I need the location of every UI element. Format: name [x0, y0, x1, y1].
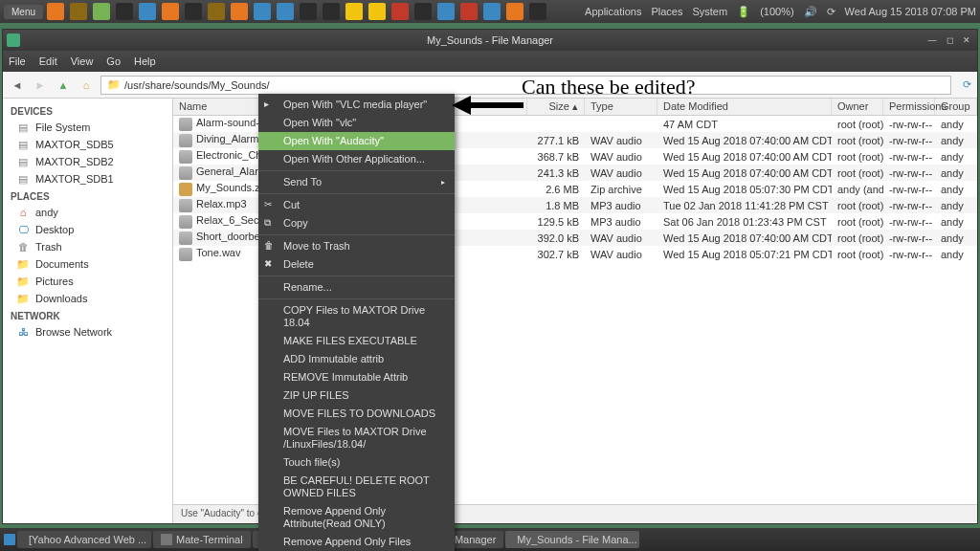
context-menu-item[interactable]: ADD Immutable attrib: [258, 350, 455, 368]
sidebar-network-item[interactable]: 🖧Browse Network: [3, 323, 172, 341]
context-menu-item[interactable]: MOVE Files to MAXTOR Drive /LinuxFiles/1…: [258, 423, 455, 453]
battery-icon[interactable]: 🔋: [737, 6, 750, 18]
panel-places[interactable]: Places: [651, 6, 682, 17]
sidebar-device-item[interactable]: ▤File System: [3, 119, 172, 136]
sidebar-header-network: NETWORK: [3, 307, 172, 323]
menu-go[interactable]: Go: [106, 55, 121, 67]
context-menu-item[interactable]: Touch file(s): [258, 453, 455, 472]
launcher-icon[interactable]: [70, 3, 87, 20]
launcher-icon[interactable]: [254, 3, 271, 20]
menu-view[interactable]: View: [71, 55, 94, 67]
up-button[interactable]: ▲: [55, 77, 72, 94]
context-menu-item[interactable]: Send To▸: [258, 173, 455, 191]
menu-file[interactable]: File: [9, 55, 26, 67]
menu-item-label: REMOVE Immutable Attrib: [283, 371, 408, 383]
sidebar-device-item[interactable]: ▤MAXTOR_SDB5: [3, 136, 172, 153]
context-menu-item[interactable]: COPY Files to MAXTOR Drive 18.04: [258, 301, 455, 332]
refresh-button[interactable]: ⟳: [963, 78, 971, 91]
launcher-icon[interactable]: [506, 3, 523, 20]
file-icon: [179, 166, 192, 180]
launcher-icon[interactable]: [93, 3, 110, 20]
file-group: andy: [935, 248, 977, 261]
sync-icon[interactable]: ⟳: [827, 6, 835, 18]
sidebar-place-item[interactable]: 📁Downloads: [3, 290, 172, 307]
panel-applications[interactable]: Applications: [585, 6, 641, 17]
col-date[interactable]: Date Modified: [657, 99, 832, 115]
sidebar-place-item[interactable]: 📁Pictures: [3, 273, 172, 290]
context-menu-item[interactable]: ✖Delete: [258, 255, 455, 274]
context-menu-item[interactable]: Open With Other Application...: [258, 150, 455, 168]
titlebar[interactable]: My_Sounds - File Manager — ◻ ✕: [3, 30, 977, 51]
context-menu-item[interactable]: BE CAREFUL! DELETE ROOT OWNED FILES: [258, 472, 455, 502]
context-menu-item[interactable]: Open With "vlc": [258, 114, 455, 132]
forward-button[interactable]: ►: [32, 77, 49, 94]
taskbar-item[interactable]: My_Sounds - File Mana...: [505, 531, 639, 548]
close-button[interactable]: ✕: [960, 33, 973, 47]
launcher-icon[interactable]: [437, 3, 455, 20]
launcher-icon[interactable]: [460, 3, 478, 20]
context-menu-item[interactable]: ⧉Copy: [258, 214, 455, 232]
launcher-icon[interactable]: [391, 3, 409, 20]
home-button[interactable]: ⌂: [78, 77, 95, 94]
taskbar-item[interactable]: Mate-Terminal: [153, 531, 251, 548]
launcher-icon[interactable]: [139, 3, 156, 20]
file-icon: [179, 183, 192, 196]
taskbar-item[interactable]: [Yahoo Advanced Web ...: [17, 531, 151, 548]
menu-edit[interactable]: Edit: [39, 55, 57, 67]
context-menu-item[interactable]: REMOVE Immutable Attrib: [258, 368, 455, 386]
sidebar-place-item[interactable]: 📁Documents: [3, 255, 172, 273]
context-menu-item[interactable]: 🗑Move to Trash: [258, 237, 455, 255]
launcher-icon[interactable]: [323, 3, 340, 20]
col-size[interactable]: Size ▴: [527, 99, 585, 115]
maximize-button[interactable]: ◻: [943, 33, 956, 47]
launcher-icon[interactable]: [300, 3, 317, 20]
file-date: Wed 15 Aug 2018 07:40:00 AM CDT: [657, 231, 832, 245]
context-menu-item[interactable]: MOVE FILES TO DOWNLOADS: [258, 405, 455, 423]
launcher-icon[interactable]: [345, 3, 363, 20]
panel-system[interactable]: System: [692, 6, 727, 17]
launcher-icon[interactable]: [277, 3, 294, 20]
launcher-icon[interactable]: [162, 3, 179, 20]
file-size: 1.8 MB: [527, 199, 585, 212]
context-menu-item[interactable]: Remove Append Only Attribute(Read ONLY): [258, 502, 455, 533]
col-group[interactable]: Group: [935, 99, 977, 115]
sidebar-device-item[interactable]: ▤MAXTOR_SDB2: [3, 153, 172, 170]
file-size: 129.5 kB: [527, 215, 585, 229]
launcher-icon[interactable]: [231, 3, 248, 20]
launcher-icon[interactable]: [47, 3, 64, 20]
context-menu-item[interactable]: Rename...: [258, 278, 455, 297]
col-owner[interactable]: Owner: [832, 99, 883, 115]
context-menu-item[interactable]: Open With "Audacity": [258, 132, 455, 150]
col-perm[interactable]: Permissions: [883, 99, 935, 115]
sidebar-place-item[interactable]: 🗑Trash: [3, 238, 172, 255]
volume-icon[interactable]: 🔊: [804, 6, 817, 18]
context-menu-item[interactable]: ▸Open With "VLC media player": [258, 96, 455, 114]
context-menu-item[interactable]: ✂Cut: [258, 196, 455, 214]
launcher-icon[interactable]: [208, 3, 225, 20]
col-type[interactable]: Type: [585, 99, 657, 115]
context-menu-item[interactable]: Remove Append Only Files: [258, 533, 455, 551]
launcher-icon[interactable]: [483, 3, 501, 20]
file-size: 392.0 kB: [527, 231, 585, 245]
launcher-icon[interactable]: [529, 3, 546, 20]
sidebar-place-item[interactable]: 🖵Desktop: [3, 221, 172, 238]
launcher-icon[interactable]: [116, 3, 133, 20]
sidebar-device-item[interactable]: ▤MAXTOR_SDB1: [3, 170, 172, 187]
sidebar-item-label: Desktop: [35, 224, 74, 235]
file-icon: [179, 248, 192, 261]
context-menu-item[interactable]: MAKE FILES EXECUTABLE: [258, 332, 455, 350]
menu-help[interactable]: Help: [134, 55, 156, 67]
menu-button[interactable]: Menu: [4, 5, 43, 19]
context-menu-item[interactable]: ZIP UP FILES: [258, 386, 455, 405]
launcher-icon[interactable]: [185, 3, 202, 20]
menu-item-label: Open With "VLC media player": [283, 99, 427, 110]
show-desktop-icon[interactable]: [4, 534, 15, 545]
clock[interactable]: Wed Aug 15 2018 07:08 PM: [845, 6, 976, 17]
launcher-icon[interactable]: [414, 3, 432, 20]
launcher-icon[interactable]: [368, 3, 386, 20]
back-button[interactable]: ◄: [9, 77, 26, 94]
sidebar-place-item[interactable]: ⌂andy: [3, 204, 172, 221]
annotation-arrow-icon: [452, 94, 528, 122]
minimize-button[interactable]: —: [925, 33, 939, 47]
annotation-text: Can these be edited?: [522, 75, 695, 99]
